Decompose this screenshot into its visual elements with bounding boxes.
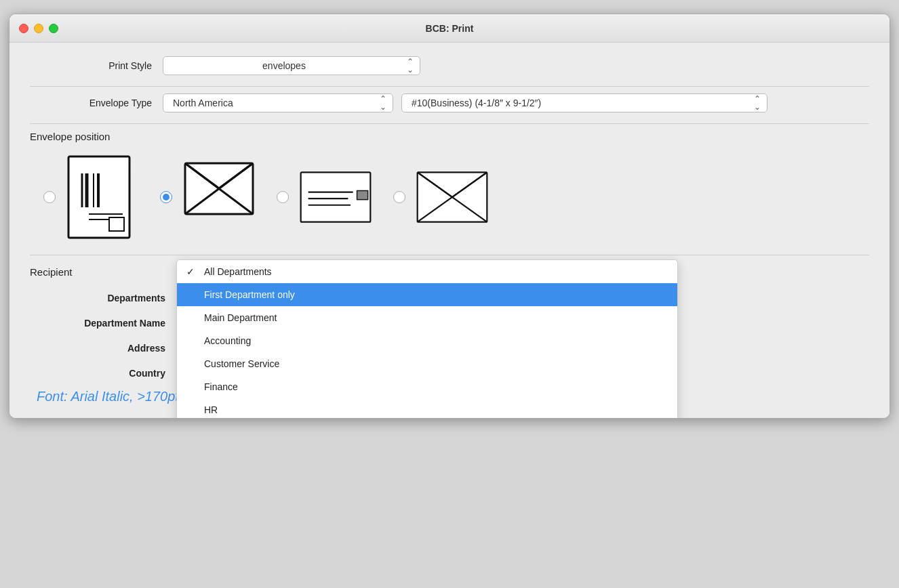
divider-3	[30, 255, 869, 255]
minimize-button[interactable]	[34, 24, 43, 33]
window-title: BCB: Print	[426, 23, 474, 34]
country-label: Country	[30, 368, 165, 379]
region-select[interactable]: North America	[163, 93, 393, 112]
recipient-section: Recipient Departments Department Name Ad…	[30, 266, 869, 382]
dropdown-item-first[interactable]: First Department only	[177, 283, 677, 306]
main-window: BCB: Print Print Style envelopes ⌃⌄ Enve…	[9, 14, 890, 419]
close-button[interactable]	[19, 24, 28, 33]
dropdown-item-hr[interactable]: HR	[177, 398, 677, 419]
dropdown-item-main[interactable]: Main Department	[177, 306, 677, 329]
dropdown-item-all[interactable]: All Departments	[177, 260, 677, 283]
envelope-option-3	[277, 153, 373, 241]
svg-rect-15	[357, 190, 368, 199]
departments-label: Departments	[30, 293, 165, 303]
titlebar: BCB: Print	[9, 14, 890, 43]
dropdown-item-accounting[interactable]: Accounting	[177, 329, 677, 352]
envelope-position-label: Envelope position	[30, 131, 869, 142]
departments-dropdown: All DepartmentsFirst Department onlyMain…	[176, 259, 678, 419]
department-name-label: Department Name	[30, 318, 165, 329]
envelope-position-section: Envelope position	[30, 131, 869, 241]
dropdown-item-finance[interactable]: Finance	[177, 375, 677, 398]
envelope-option-4	[393, 153, 490, 241]
divider-2	[30, 123, 869, 124]
radio-1[interactable]	[43, 191, 56, 203]
envelope-icon-1	[65, 153, 140, 241]
address-label: Address	[30, 343, 165, 354]
svg-rect-7	[109, 217, 124, 231]
size-select[interactable]: #10(Business) (4-1/8″ x 9-1/2″)	[401, 93, 767, 112]
envelope-type-row: Envelope Type North America ⌃⌄ #10(Busin…	[30, 93, 869, 112]
envelope-options	[30, 153, 869, 241]
size-wrapper: #10(Business) (4-1/8″ x 9-1/2″) ⌃⌄	[401, 93, 767, 112]
divider-1	[30, 86, 869, 87]
radio-2[interactable]	[160, 191, 172, 203]
envelope-option-1	[43, 153, 140, 241]
print-style-select[interactable]: envelopes	[163, 56, 420, 75]
dropdown-item-customer_service[interactable]: Customer Service	[177, 352, 677, 375]
envelope-type-label: Envelope Type	[30, 98, 152, 108]
envelope-option-2	[160, 153, 256, 241]
envelope-icon-2	[182, 153, 256, 241]
print-style-wrapper: envelopes ⌃⌄	[163, 56, 420, 75]
content-area: Print Style envelopes ⌃⌄ Envelope Type N…	[9, 43, 890, 418]
radio-4[interactable]	[393, 191, 405, 203]
envelope-icon-4	[415, 153, 490, 241]
envelope-icon-3	[298, 153, 373, 241]
traffic-lights	[19, 24, 58, 33]
region-wrapper: North America ⌃⌄	[163, 93, 393, 112]
radio-3[interactable]	[277, 191, 289, 203]
print-style-label: Print Style	[30, 60, 152, 71]
print-style-row: Print Style envelopes ⌃⌄	[30, 56, 869, 75]
radio-dot-2	[163, 194, 169, 201]
maximize-button[interactable]	[49, 24, 58, 33]
